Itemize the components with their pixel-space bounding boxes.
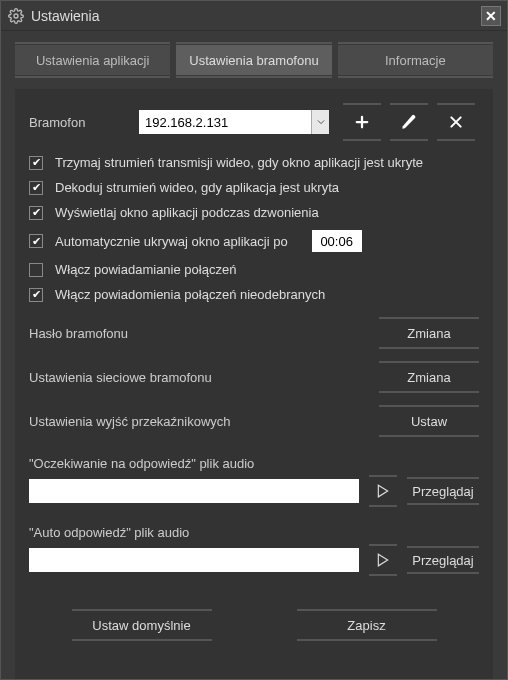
checkbox[interactable] bbox=[29, 234, 43, 248]
play-icon bbox=[377, 484, 389, 498]
button-label: Zmiana bbox=[407, 370, 450, 385]
bramofon-dropdown[interactable]: 192.168.2.131 bbox=[139, 110, 329, 134]
password-row: Hasło bramofonu Zmiana bbox=[29, 320, 479, 346]
chevron-down-icon bbox=[311, 110, 329, 134]
plus-icon bbox=[353, 113, 371, 131]
checkbox[interactable] bbox=[29, 156, 43, 170]
button-label: Przeglądaj bbox=[412, 484, 473, 499]
window-title: Ustawienia bbox=[31, 8, 481, 24]
waiting-audio-label: "Oczekiwanie na odpowiedź" plik audio bbox=[29, 456, 479, 471]
button-label: Zapisz bbox=[347, 618, 385, 633]
tab-label: Ustawienia bramofonu bbox=[189, 53, 318, 68]
checkbox-label: Trzymaj strumień transmisji wideo, gdy o… bbox=[55, 155, 423, 170]
checkbox[interactable] bbox=[29, 263, 43, 277]
waiting-audio-play-button[interactable] bbox=[369, 479, 397, 503]
network-row: Ustawienia sieciowe bramofonu Zmiana bbox=[29, 364, 479, 390]
checkbox-label: Włącz powiadamianie połączeń bbox=[55, 262, 236, 277]
password-label: Hasło bramofonu bbox=[29, 326, 379, 341]
waiting-audio-browse-button[interactable]: Przeglądaj bbox=[407, 480, 479, 502]
button-label: Ustaw domyślnie bbox=[92, 618, 190, 633]
defaults-button[interactable]: Ustaw domyślnie bbox=[72, 612, 212, 638]
pencil-icon bbox=[400, 113, 418, 131]
add-bramofon-button[interactable] bbox=[343, 107, 381, 137]
check-missed-notify: Włącz powiadomienia połączeń nieodebrany… bbox=[29, 287, 479, 302]
checkbox[interactable] bbox=[29, 206, 43, 220]
check-show-on-ring: Wyświetlaj okno aplikacji podczas dzwoni… bbox=[29, 205, 479, 220]
save-button[interactable]: Zapisz bbox=[297, 612, 437, 638]
checkbox-label: Dekoduj strumień wideo, gdy aplikacja je… bbox=[55, 180, 339, 195]
password-change-button[interactable]: Zmiana bbox=[379, 320, 479, 346]
checkbox-label: Włącz powiadomienia połączeń nieodebrany… bbox=[55, 287, 325, 302]
delete-bramofon-button[interactable] bbox=[437, 107, 475, 137]
tabs-row: Ustawienia aplikacji Ustawienia bramofon… bbox=[1, 31, 507, 83]
checkbox[interactable] bbox=[29, 181, 43, 195]
auto-audio-row: Przeglądaj bbox=[29, 548, 479, 572]
footer-buttons: Ustaw domyślnie Zapisz bbox=[29, 612, 479, 638]
checkbox-label: Automatycznie ukrywaj okno aplikacji po bbox=[55, 234, 288, 249]
relay-row: Ustawienia wyjść przekaźnikowych Ustaw bbox=[29, 408, 479, 434]
waiting-audio-path-input[interactable] bbox=[29, 479, 359, 503]
bramofon-value: 192.168.2.131 bbox=[145, 115, 228, 130]
check-auto-hide: Automatycznie ukrywaj okno aplikacji po … bbox=[29, 230, 479, 252]
relay-set-button[interactable]: Ustaw bbox=[379, 408, 479, 434]
auto-audio-browse-button[interactable]: Przeglądaj bbox=[407, 549, 479, 571]
auto-audio-path-input[interactable] bbox=[29, 548, 359, 572]
button-label: Przeglądaj bbox=[412, 553, 473, 568]
check-call-notify: Włącz powiadamianie połączeń bbox=[29, 262, 479, 277]
auto-audio-label: "Auto odpowiedź" plik audio bbox=[29, 525, 479, 540]
auto-hide-time-input[interactable]: 00:06 bbox=[312, 230, 362, 252]
button-label: Ustaw bbox=[411, 414, 447, 429]
svg-point-0 bbox=[14, 14, 18, 18]
settings-pane: Bramofon 192.168.2.131 bbox=[15, 89, 493, 679]
tab-label: Informacje bbox=[385, 53, 446, 68]
relay-label: Ustawienia wyjść przekaźnikowych bbox=[29, 414, 379, 429]
close-button[interactable]: ✕ bbox=[481, 6, 501, 26]
auto-audio-play-button[interactable] bbox=[369, 548, 397, 572]
close-icon: ✕ bbox=[485, 8, 497, 24]
title-bar: Ustawienia ✕ bbox=[1, 1, 507, 31]
check-decode-stream: Dekoduj strumień wideo, gdy aplikacja je… bbox=[29, 180, 479, 195]
network-label: Ustawienia sieciowe bramofonu bbox=[29, 370, 379, 385]
bramofon-row: Bramofon 192.168.2.131 bbox=[29, 107, 479, 137]
tab-bramofon-settings[interactable]: Ustawienia bramofonu bbox=[176, 45, 331, 75]
network-change-button[interactable]: Zmiana bbox=[379, 364, 479, 390]
tab-info[interactable]: Informacje bbox=[338, 45, 493, 75]
check-keep-stream: Trzymaj strumień transmisji wideo, gdy o… bbox=[29, 155, 479, 170]
checkbox[interactable] bbox=[29, 288, 43, 302]
x-icon bbox=[448, 114, 464, 130]
tab-label: Ustawienia aplikacji bbox=[36, 53, 149, 68]
edit-bramofon-button[interactable] bbox=[390, 107, 428, 137]
checkbox-label: Wyświetlaj okno aplikacji podczas dzwoni… bbox=[55, 205, 319, 220]
button-label: Zmiana bbox=[407, 326, 450, 341]
tab-app-settings[interactable]: Ustawienia aplikacji bbox=[15, 45, 170, 75]
bramofon-label: Bramofon bbox=[29, 115, 129, 130]
play-icon bbox=[377, 553, 389, 567]
waiting-audio-row: Przeglądaj bbox=[29, 479, 479, 503]
gear-icon bbox=[7, 7, 25, 25]
